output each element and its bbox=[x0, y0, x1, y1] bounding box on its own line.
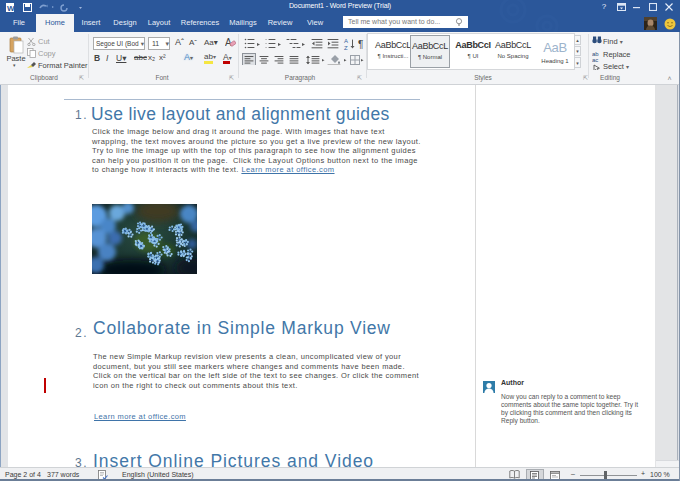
svg-text:W: W bbox=[7, 4, 15, 13]
svg-text:ac: ac bbox=[592, 57, 598, 63]
svg-text:A: A bbox=[344, 38, 348, 44]
svg-text:Z: Z bbox=[344, 45, 348, 51]
svg-text:¶: ¶ bbox=[358, 39, 363, 50]
